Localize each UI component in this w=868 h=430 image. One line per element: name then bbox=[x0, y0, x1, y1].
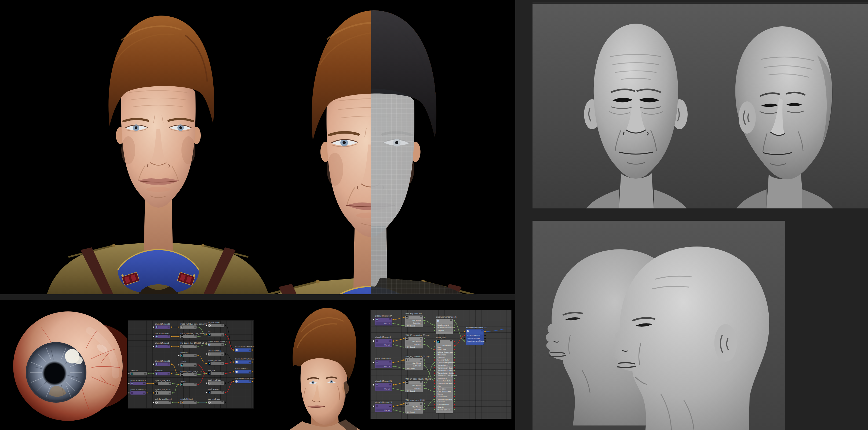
graph-node: aiMixShader1SG bbox=[233, 368, 253, 374]
node-graph-canvas: place2dTexture10iris06_rightEye_color_da… bbox=[128, 321, 253, 408]
svg-text:aiMixShader1SG: aiMixShader1SG bbox=[235, 368, 249, 370]
svg-text:WD_roughness_05.tif: WD_roughness_05.tif bbox=[406, 399, 426, 401]
svg-text:Metalness: Metalness bbox=[437, 354, 446, 356]
graph-node: Out AlphaOut ColorUv CoordWD_SP_basecolo… bbox=[403, 356, 429, 370]
main-render bbox=[0, 0, 515, 299]
svg-text:A: A bbox=[181, 364, 183, 366]
svg-text:pupil_lowShape: pupil_lowShape bbox=[208, 379, 221, 381]
graph-node: eyeball_ramp_new_03.tif bbox=[178, 370, 202, 376]
graph-node: eyeball_low_10.tif bbox=[153, 389, 173, 395]
svg-text:Vector Displacement: Vector Displacement bbox=[437, 327, 455, 329]
graph-node: Aeye_mix bbox=[206, 369, 226, 375]
svg-text:Base Color: Base Color bbox=[437, 349, 446, 350]
svg-text:limbus_leftShape: limbus_leftShape bbox=[208, 350, 223, 352]
svg-text:Diffuse Roughness: Diffuse Roughness bbox=[437, 351, 453, 353]
graph-node: place2dTexture7 bbox=[153, 332, 172, 338]
svg-text:eye_mix: eye_mix bbox=[208, 369, 215, 371]
svg-text:Emission Color: Emission Color bbox=[437, 403, 450, 405]
svg-text:Specular Roughness: Specular Roughness bbox=[437, 362, 454, 364]
graph-node: iris_dspiris_low-DM1024_u0_v0.exr bbox=[178, 342, 210, 348]
svg-text:Out Alpha: Out Alpha bbox=[412, 362, 421, 364]
svg-text:A: A bbox=[209, 391, 210, 394]
svg-text:place2dTexture11: place2dTexture11 bbox=[130, 389, 146, 391]
graph-node: AaiNoise2 bbox=[178, 352, 198, 357]
graph-node: aiStandardVolume1SG bbox=[233, 358, 254, 364]
svg-text:displacementShader3: displacementShader3 bbox=[208, 341, 226, 343]
svg-text:place2dTexture7: place2dTexture7 bbox=[155, 332, 169, 334]
svg-text:eye_lowShape: eye_lowShape bbox=[208, 398, 220, 400]
svg-text:Base: Base bbox=[437, 346, 441, 348]
svg-text:eyeball_low_08.tif: eyeball_low_08.tif bbox=[155, 379, 171, 382]
svg-text:sclera: sclera bbox=[180, 381, 185, 382]
svg-text:Subsurface Color: Subsurface Color bbox=[437, 380, 452, 382]
svg-text:Coat Color: Coat Color bbox=[437, 388, 446, 390]
svg-text:place2dTexture12: place2dTexture12 bbox=[155, 360, 170, 362]
graph-node: Out AlphaOut ColorUv CoordWD_disp_v08.ex… bbox=[403, 313, 425, 327]
graph-node: bump2d1 bbox=[153, 370, 172, 375]
svg-text:Out Color: Out Color bbox=[413, 387, 421, 389]
svg-text:place2dTexture6: place2dTexture6 bbox=[375, 336, 391, 338]
svg-text:Specular: Specular bbox=[437, 357, 445, 359]
svg-text:Out UV: Out UV bbox=[384, 388, 391, 390]
clay-sculpt-panel-profiles bbox=[532, 221, 785, 430]
svg-text:Out UV: Out UV bbox=[384, 323, 391, 325]
svg-text:aiNoise1: aiNoise1 bbox=[130, 370, 138, 371]
svg-text:Subsurface Radius: Subsurface Radius bbox=[437, 383, 453, 385]
svg-text:aiNoise2: aiNoise2 bbox=[180, 352, 188, 353]
pupil bbox=[42, 361, 67, 386]
svg-text:Normal Camera: Normal Camera bbox=[437, 409, 451, 411]
svg-text:aiStandardSurface1SG: aiStandardSurface1SG bbox=[466, 327, 488, 329]
graph-node: iris_lowShape bbox=[206, 321, 226, 327]
breakdown-board: place2dTexture10iris06_rightEye_color_da… bbox=[0, 0, 868, 430]
graph-node: Out AlphaOut ColorUv CoordWD_roughness_0… bbox=[403, 399, 426, 414]
svg-text:Out Color: Out Color bbox=[413, 408, 421, 410]
svg-text:eyeball_ramp_new_03.tif: eyeball_ramp_new_03.tif bbox=[180, 370, 202, 373]
svg-text:Out Color: Out Color bbox=[413, 365, 421, 367]
svg-text:polySurfaceShape3: polySurfaceShape3 bbox=[155, 398, 172, 400]
clay-sculpt-panel-front bbox=[532, 2, 868, 208]
svg-text:A: A bbox=[209, 334, 210, 336]
graph-node: place2dTexture11 bbox=[128, 389, 148, 395]
svg-text:place2dTexture8: place2dTexture8 bbox=[155, 342, 169, 344]
svg-text:iris_dspiris_low-DM1024_u0_v0.: iris_dspiris_low-DM1024_u0_v0.exr bbox=[180, 342, 210, 344]
node-graph-eye-shader: place2dTexture10iris06_rightEye_color_da… bbox=[128, 320, 254, 408]
svg-text:Out Color: Out Color bbox=[413, 343, 421, 345]
svg-text:Specular Color: Specular Color bbox=[437, 359, 450, 361]
svg-text:Sheen Roughness: Sheen Roughness bbox=[437, 398, 452, 400]
svg-text:iris06_rightEye_color_darken.t: iris06_rightEye_color_darken.tif bbox=[180, 332, 208, 334]
svg-text:A: A bbox=[437, 340, 439, 343]
svg-text:Out Alpha: Out Alpha bbox=[412, 341, 421, 343]
svg-text:Out Alpha: Out Alpha bbox=[412, 385, 421, 387]
svg-text:Out UV: Out UV bbox=[384, 344, 391, 346]
svg-text:Sheen Color: Sheen Color bbox=[437, 396, 447, 398]
graph-node: polySoftEdge2 bbox=[178, 398, 198, 404]
svg-text:place2dTexture20: place2dTexture20 bbox=[375, 401, 392, 403]
svg-text:aiStandardSurface7SG: aiStandardSurface7SG bbox=[235, 377, 254, 379]
graph-node: polySurfaceShape3 bbox=[153, 398, 173, 404]
graph-node: AaiNoise1 bbox=[128, 370, 149, 375]
svg-text:polySoftEdge2: polySoftEdge2 bbox=[180, 398, 193, 400]
graph-node: Asclera bbox=[178, 381, 198, 386]
svg-text:Volume Shader: Volume Shader bbox=[468, 337, 480, 339]
graph-node: limbus_leftShape bbox=[206, 350, 226, 356]
svg-text:Emission: Emission bbox=[437, 401, 445, 403]
graph-node: aiStandardSurface7SG bbox=[233, 377, 254, 383]
svg-text:head_skin: head_skin bbox=[436, 337, 445, 339]
graph-node: Apupil_shader bbox=[206, 388, 226, 394]
graph-node: Out UVplace2dTexture6 bbox=[373, 336, 394, 347]
graph-node: Out UVplace2dTexture5 bbox=[373, 358, 394, 368]
svg-text:WD_SP_basecolor_03.png: WD_SP_basecolor_03.png bbox=[406, 334, 429, 336]
svg-text:Sheen: Sheen bbox=[437, 393, 442, 395]
svg-text:A: A bbox=[209, 372, 210, 375]
svg-text:Out Alpha: Out Alpha bbox=[412, 406, 421, 408]
iris bbox=[26, 342, 86, 403]
svg-text:place2dTexture21: place2dTexture21 bbox=[375, 380, 392, 382]
svg-text:limbus_volume: limbus_volume bbox=[208, 359, 221, 362]
svg-text:iris06_rightEye_color_darken.t: iris06_rightEye_color_darken.tif bbox=[180, 323, 208, 325]
svg-text:bump2d1: bump2d1 bbox=[155, 370, 163, 372]
svg-text:Surface Shader: Surface Shader bbox=[468, 335, 480, 337]
svg-text:aiStandardSurface4SG: aiStandardSurface4SG bbox=[235, 346, 254, 348]
graph-node: iris06_rightEye_color_darken.tif bbox=[178, 323, 208, 329]
graph-node: eyeball_low_08.tif bbox=[153, 379, 173, 386]
svg-text:Coat: Coat bbox=[437, 385, 441, 387]
